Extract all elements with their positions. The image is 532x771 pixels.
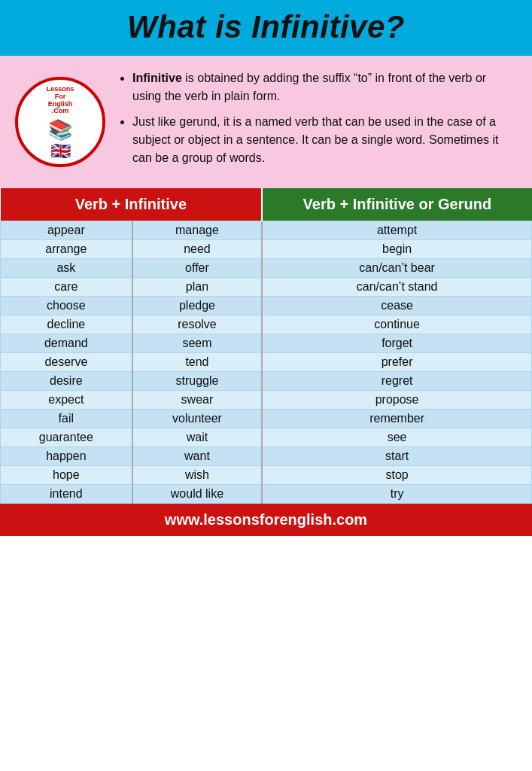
gerund-col-cell: start [262, 447, 531, 466]
verb-col2-cell: wait [132, 428, 263, 447]
page-title: What is Infinitive? [8, 9, 524, 45]
table-row: expectswearpropose [1, 391, 532, 410]
gerund-col-cell: begin [262, 240, 531, 259]
verb-col1-cell: fail [1, 410, 132, 428]
table-header-row: Verb + Infinitive Verb + Infinitive or G… [1, 188, 532, 221]
verb-col2-cell: wish [132, 466, 263, 485]
table-row: choosepledgecease [1, 297, 532, 315]
table-row: askoffercan/can’t bear [1, 259, 532, 278]
verb-col1-cell: decline [1, 315, 132, 334]
verb-col1-cell: guarantee [1, 428, 132, 447]
verb-col2-cell: want [132, 447, 263, 466]
gerund-col-cell: cease [262, 297, 531, 315]
verb-col2-cell: volunteer [132, 410, 263, 428]
gerund-col-cell: propose [262, 391, 531, 410]
gerund-col-cell: prefer [262, 353, 531, 372]
flag-icon: 🇬🇧 [50, 142, 71, 161]
table-row: careplancan/can’t stand [1, 278, 532, 297]
verb-col2-cell: tend [132, 353, 263, 372]
verb-col1-cell: intend [1, 485, 132, 504]
main-table: Verb + Infinitive Verb + Infinitive or G… [0, 188, 532, 504]
gerund-col-cell: remember [262, 410, 531, 428]
gerund-col-cell: regret [262, 372, 531, 391]
verb-col1-cell: expect [1, 391, 132, 410]
table-row: desirestruggleregret [1, 372, 532, 391]
gerund-col-cell: try [262, 485, 531, 504]
books-icon: 📚 [48, 118, 72, 142]
logo-text: LessonsForEnglish.Com [45, 83, 76, 119]
table-body: appearmanageattemptarrangeneedbeginaskof… [1, 221, 532, 504]
logo-circle: LessonsForEnglish.Com 📚 🇬🇧 [15, 77, 105, 167]
page-footer: www.lessonsforenglish.com [0, 504, 532, 536]
verb-col1-cell: choose [1, 297, 132, 315]
intro-text: Infinitive is obtained by adding the suf… [117, 69, 517, 175]
table-row: happenwantstart [1, 447, 532, 466]
table-row: appearmanageattempt [1, 221, 532, 240]
gerund-col-cell: can/can’t bear [262, 259, 531, 278]
verb-col1-cell: happen [1, 447, 132, 466]
page-header: What is Infinitive? [0, 0, 532, 56]
verb-col2-cell: resolve [132, 315, 263, 334]
table-row: demandseemforget [1, 334, 532, 353]
table-row: deservetendprefer [1, 353, 532, 372]
infinitive-label: Infinitive [132, 72, 182, 84]
verb-col2-cell: plan [132, 278, 263, 297]
table-row: intendwould liketry [1, 485, 532, 504]
table-row: arrangeneedbegin [1, 240, 532, 259]
verb-col2-cell: need [132, 240, 263, 259]
gerund-col-cell: see [262, 428, 531, 447]
verb-col1-cell: ask [1, 259, 132, 278]
intro-list: Infinitive is obtained by adding the suf… [117, 69, 517, 167]
verb-col1-cell: arrange [1, 240, 132, 259]
gerund-col-cell: continue [262, 315, 531, 334]
verb-col1-cell: care [1, 278, 132, 297]
verb-col1-cell: deserve [1, 353, 132, 372]
gerund-col-cell: stop [262, 466, 531, 485]
verb-col2-cell: swear [132, 391, 263, 410]
verb-col2-cell: struggle [132, 372, 263, 391]
intro-section: LessonsForEnglish.Com 📚 🇬🇧 Infinitive is… [0, 56, 532, 188]
table-row: declineresolvecontinue [1, 315, 532, 334]
gerund-col-cell: can/can’t stand [262, 278, 531, 297]
verb-col2-cell: would like [132, 485, 263, 504]
col2-header: Verb + Infinitive or Gerund [262, 188, 531, 221]
table-row: hopewishstop [1, 466, 532, 485]
verb-col1-cell: appear [1, 221, 132, 240]
verb-col2-cell: pledge [132, 297, 263, 315]
intro-text-1: is obtained by adding the suffix “to” in… [132, 72, 486, 102]
verb-col2-cell: offer [132, 259, 263, 278]
verb-col2-cell: manage [132, 221, 263, 240]
verb-col2-cell: seem [132, 334, 263, 353]
verb-col1-cell: demand [1, 334, 132, 353]
intro-item-1: Infinitive is obtained by adding the suf… [132, 69, 517, 105]
col1-header: Verb + Infinitive [1, 188, 263, 221]
table-row: failvolunteerremember [1, 410, 532, 428]
intro-item-2: Just like gerund, it is a named verb tha… [132, 113, 517, 167]
gerund-col-cell: attempt [262, 221, 531, 240]
verb-col1-cell: desire [1, 372, 132, 391]
gerund-col-cell: forget [262, 334, 531, 353]
table-row: guaranteewaitsee [1, 428, 532, 447]
verb-col1-cell: hope [1, 466, 132, 485]
footer-url: www.lessonsforenglish.com [165, 511, 367, 528]
